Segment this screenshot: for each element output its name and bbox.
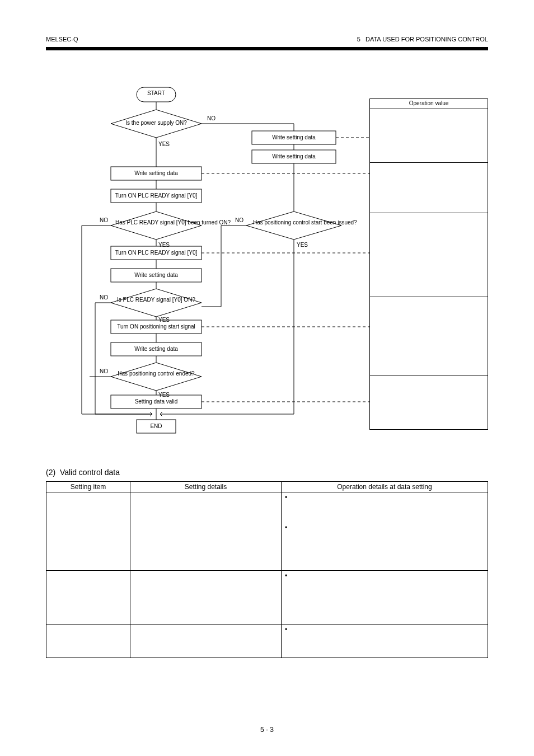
label-no3: NO: [100, 294, 108, 301]
flow-end: END: [137, 423, 176, 430]
side-table-header: Operation value: [370, 99, 488, 109]
flow-box-r2: Write setting data: [252, 153, 336, 160]
flow-dec3: Is PLC READY signal [Y0] ON?: [115, 297, 197, 303]
cell-ops: • •: [282, 492, 488, 571]
bullet-icon: •: [285, 572, 287, 580]
th-details: Setting details: [130, 482, 282, 492]
side-table-row: [370, 297, 488, 375]
cell-details: [130, 492, 282, 571]
side-table-row: [370, 375, 488, 426]
bullet-icon: •: [285, 626, 287, 633]
flow-box-r1: Write setting data: [252, 134, 336, 141]
label-no2: NO: [100, 217, 108, 224]
control-data-table: Setting item Setting details Operation d…: [46, 481, 488, 658]
label-yes3: YES: [158, 317, 170, 323]
th-ops: Operation details at data setting: [282, 482, 488, 492]
label-no4: NO: [100, 368, 108, 375]
th-item: Setting item: [46, 482, 130, 492]
flow-box-l4: Write setting data: [111, 272, 202, 279]
cell-item: [46, 571, 130, 624]
bullet-icon: •: [285, 524, 287, 532]
cell-ops: •: [282, 571, 488, 624]
flow-box-l3: Turn ON PLC READY signal [Y0]: [111, 250, 202, 256]
flow-dec-r: Has positioning control start been issue…: [253, 219, 335, 226]
flow-box-l5: Turn ON positioning start signal: [111, 323, 202, 330]
label-rno: NO: [235, 217, 243, 224]
flow-start: START: [137, 90, 176, 97]
flow-box-l1: Write setting data: [111, 170, 202, 177]
side-table-row: [370, 213, 488, 297]
cell-details: [130, 571, 282, 624]
label-yes: YES: [158, 141, 170, 148]
flow-dec4: Has positioning control ended?: [115, 370, 197, 377]
cell-item: [46, 492, 130, 571]
cell-item: [46, 624, 130, 658]
label-yes4: YES: [158, 392, 170, 398]
flow-box-l2: Turn ON PLC READY signal [Y0]: [111, 192, 202, 199]
page-number: 5 - 3: [0, 726, 534, 734]
side-table-row: [370, 163, 488, 213]
flow-box-l6: Write setting data: [111, 346, 202, 353]
table-row: • •: [46, 492, 488, 571]
table-row: •: [46, 624, 488, 658]
side-table-row: [370, 109, 488, 163]
label-yes2: YES: [158, 242, 170, 248]
cell-ops: •: [282, 624, 488, 658]
label-no: NO: [207, 115, 216, 122]
cell-details: [130, 624, 282, 658]
flow-box-l7: Setting data valid: [111, 398, 202, 405]
flow-dec2: Has PLC READY signal [Y0] been turned ON…: [115, 219, 197, 226]
side-table: Operation value: [369, 98, 488, 430]
bullet-icon: •: [285, 494, 287, 501]
subsection-title: (2) Valid control data: [46, 468, 120, 477]
table-row: •: [46, 571, 488, 624]
label-ryes: YES: [297, 242, 308, 248]
flow-dec-power: Is the power supply ON?: [118, 120, 195, 126]
